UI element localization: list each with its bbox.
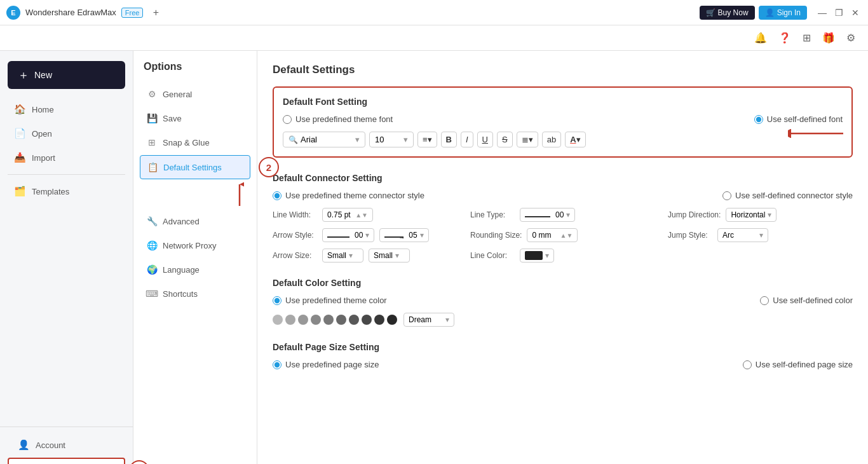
templates-icon: 🗂️ (14, 186, 25, 197)
minimize-button[interactable]: — (816, 6, 829, 19)
page-size-predefined-radio[interactable] (273, 360, 281, 369)
options-snap-glue[interactable]: ⊞ Snap & Glue (140, 131, 250, 154)
tab-add-button[interactable]: + (148, 5, 163, 20)
rounding-stepper-icon: ▲▼ (560, 232, 573, 239)
align-button[interactable]: ≡▾ (417, 132, 437, 147)
app-title: Wondershare EdrawMax (25, 8, 116, 17)
sidebar-item-account[interactable]: 👤 Account (8, 433, 125, 456)
color-dot-2 (298, 315, 308, 325)
connector-predefined-radio[interactable] (273, 191, 281, 200)
font-predefined-option[interactable]: Use predefined theme font (283, 114, 393, 124)
window-controls: — ❐ ✕ (816, 6, 862, 19)
options-save[interactable]: 💾 Save (140, 107, 250, 130)
options-general[interactable]: ⚙ General (140, 83, 250, 106)
maximize-button[interactable]: ❐ (832, 6, 845, 19)
cart-icon: 🛒 (706, 8, 715, 17)
font-self-defined-option[interactable]: Use self-defined font (754, 114, 843, 124)
options-language[interactable]: 🌍 Language (140, 258, 250, 281)
rounding-size-row: Rounding Size: 0 mm ▲▼ (470, 228, 655, 242)
gift-icon[interactable]: 🎁 (820, 29, 837, 46)
ab-button[interactable]: ab (542, 132, 561, 147)
left-sidebar: ＋ New 🏠 Home 📄 Open 📥 Import 🗂️ Template… (0, 51, 133, 464)
color-self-defined-radio[interactable] (760, 296, 769, 305)
options-shortcuts[interactable]: ⌨ Shortcuts (140, 282, 250, 305)
italic-button[interactable]: I (461, 132, 473, 147)
page-size-self-defined-option[interactable]: Use self-defined page size (743, 360, 853, 369)
page-size-self-defined-radio[interactable] (743, 360, 752, 369)
arrow-size-chevron2: ▾ (395, 251, 399, 260)
rounding-size-control[interactable]: 0 mm ▲▼ (527, 228, 578, 242)
close-button[interactable]: ✕ (849, 6, 862, 19)
jump-style-control[interactable]: Arc ▾ (717, 228, 768, 242)
options-default-settings[interactable]: 📋 Default Settings 2 (140, 155, 250, 179)
jump-style-label: Jump Style: (668, 231, 712, 240)
app-logo: E (6, 6, 20, 20)
jump-direction-control[interactable]: Horizontal ▾ (726, 208, 776, 222)
font-size-select[interactable]: 10 ▾ (369, 132, 414, 147)
settings-icon[interactable]: ⚙ (844, 29, 858, 46)
connector-predefined-option[interactable]: Use predefined theme connector style (273, 191, 424, 200)
sidebar-bottom: 👤 Account ⚙️ Options 1 (0, 426, 133, 464)
line-type-chevron: ▾ (566, 210, 570, 219)
color-dot-1 (285, 315, 295, 325)
line-color-control[interactable]: ▾ (520, 249, 554, 263)
arrow-style-control-1[interactable]: 00 ▾ (322, 228, 374, 242)
line-spacing-button[interactable]: ≣▾ (517, 132, 538, 147)
arrow-style-row: Arrow Style: 00 ▾ → 05 ▾ (273, 228, 458, 242)
strikethrough-button[interactable]: S (497, 132, 513, 147)
sidebar-nav: 🏠 Home 📄 Open 📥 Import 🗂️ Templates (0, 97, 133, 426)
import-icon: 📥 (14, 152, 25, 163)
stepper-icon: ▲▼ (355, 212, 368, 219)
font-self-defined-radio[interactable] (754, 115, 763, 124)
arrow-style-control-2[interactable]: → 05 ▾ (379, 228, 428, 242)
color-dot-9 (387, 315, 397, 325)
color-predefined-option[interactable]: Use predefined theme color (273, 296, 387, 305)
color-predefined-radio[interactable] (273, 296, 281, 305)
sidebar-item-templates[interactable]: 🗂️ Templates (4, 180, 129, 203)
line-color-label: Line Color: (470, 251, 515, 260)
shortcuts-icon: ⌨ (146, 288, 158, 299)
color-setting-section: Default Color Setting Use predefined the… (273, 278, 853, 327)
options-panel-title: Options (140, 61, 250, 72)
color-section-title: Default Color Setting (273, 278, 853, 288)
buy-now-button[interactable]: 🛒 Buy Now (700, 6, 755, 20)
color-scheme-row: Dream ▾ (273, 313, 853, 327)
sidebar-item-options[interactable]: ⚙️ Options 1 (8, 458, 125, 464)
color-self-defined-option[interactable]: Use self-defined color (760, 296, 853, 305)
connector-section-title: Default Connector Setting (273, 173, 853, 183)
line-type-control[interactable]: 00 ▾ (520, 208, 575, 222)
sign-in-button[interactable]: 👤 Sign In (759, 6, 807, 20)
snap-glue-icon: ⊞ (146, 137, 158, 148)
options-advanced[interactable]: 🔧 Advanced (140, 210, 250, 233)
sidebar-item-open[interactable]: 📄 Open (4, 122, 129, 145)
titlebar-right: 🛒 Buy Now 👤 Sign In — ❐ ✕ (700, 6, 862, 20)
connector-self-defined-radio[interactable] (722, 191, 731, 200)
options-network-proxy[interactable]: 🌐 Network Proxy (140, 234, 250, 257)
connector-self-defined-option[interactable]: Use self-defined connector style (722, 191, 853, 200)
arrow-size-row: Arrow Size: Small ▾ Small ▾ (273, 249, 458, 263)
apps-icon[interactable]: ⊞ (800, 29, 813, 46)
home-icon: 🏠 (14, 104, 25, 115)
color-scheme-dropdown[interactable]: Dream ▾ (403, 313, 454, 327)
color-dot-0 (273, 315, 283, 325)
plus-icon: ＋ (18, 67, 29, 83)
sidebar-item-import[interactable]: 📥 Import (4, 146, 129, 169)
notification-icon[interactable]: 🔔 (752, 29, 770, 46)
new-button[interactable]: ＋ New (8, 61, 125, 89)
font-family-select[interactable]: 🔍 Arial ▾ (283, 132, 365, 147)
help-icon[interactable]: ❓ (776, 29, 794, 46)
arrow-size-control-1[interactable]: Small ▾ (322, 249, 363, 263)
color-dot-7 (362, 315, 372, 325)
font-color-button[interactable]: A▾ (565, 132, 585, 147)
line-width-control[interactable]: 0.75 pt ▲▼ (322, 208, 373, 222)
underline-button[interactable]: U (477, 132, 493, 147)
general-icon: ⚙ (146, 88, 158, 100)
arrow-size-control-2[interactable]: Small ▾ (369, 249, 410, 263)
font-predefined-radio[interactable] (283, 115, 292, 124)
color-dot-8 (374, 315, 384, 325)
font-controls: 🔍 Arial ▾ 10 ▾ ≡▾ B I U S ≣▾ ab A▾ (283, 132, 843, 147)
bold-button[interactable]: B (441, 132, 457, 147)
sidebar-item-home[interactable]: 🏠 Home (4, 98, 129, 121)
page-size-radio-row: Use predefined page size Use self-define… (273, 360, 853, 369)
page-size-predefined-option[interactable]: Use predefined page size (273, 360, 379, 369)
